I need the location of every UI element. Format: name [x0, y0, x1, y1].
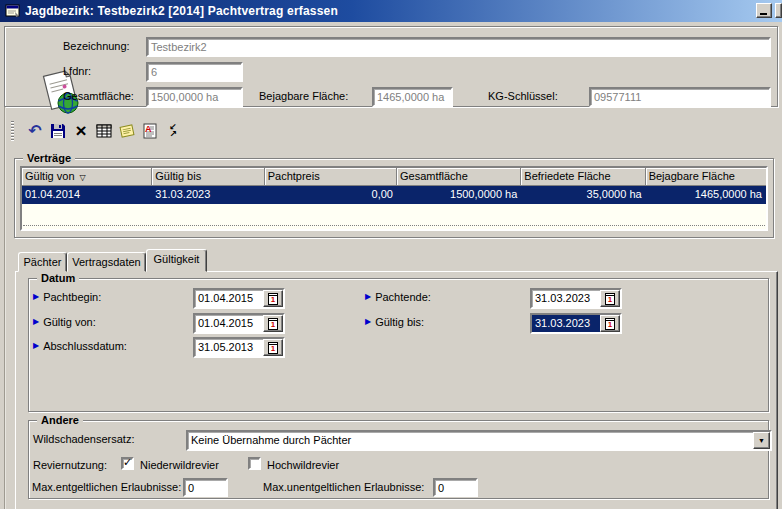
- wildschadensersatz-label: Wildschadensersatz:: [33, 433, 135, 446]
- lfdnr-value: 6: [148, 64, 241, 80]
- undo-button[interactable]: ↶: [26, 120, 44, 142]
- max-entgeltlich-label: Max.entgeltlichen Erlaubnisse:: [32, 481, 181, 494]
- max-unentgeltlich-field[interactable]: 0: [433, 478, 478, 497]
- column-header-gesamtflaeche[interactable]: Gesamtfläche: [397, 168, 521, 186]
- pachtende-calendar-button[interactable]: 1: [600, 290, 620, 307]
- bullet-icon: ▶: [33, 290, 39, 303]
- kg-schluessel-value: 09577111: [591, 89, 769, 105]
- delete-icon: ×: [75, 122, 86, 140]
- column-header-pachtpreis[interactable]: Pachtpreis: [265, 168, 397, 186]
- table-header-row: Gültig von▽ Gültig bis Pachtpreis Gesamt…: [22, 168, 766, 186]
- kg-schluessel-field: 09577111: [589, 87, 771, 107]
- column-header-befriedete-flaeche[interactable]: Befriedete Fläche: [521, 168, 645, 186]
- gueltig-von-label: Gültig von:: [43, 316, 96, 329]
- niederwildrevier-label: Niederwildrevier: [140, 459, 219, 472]
- header-panel: Bezeichnung: Lfdnr: Gesamtfläche: Bejagb…: [4, 26, 778, 107]
- toolbar-grip[interactable]: [11, 121, 14, 141]
- max-entgeltlich-field[interactable]: 0: [183, 478, 228, 497]
- lfdnr-label: Lfdnr:: [63, 65, 91, 78]
- bullet-icon: ▶: [365, 290, 371, 303]
- report-icon: A: [142, 123, 158, 139]
- wildschadensersatz-dropdown[interactable]: Keine Übernahme durch Pächter ▼: [186, 430, 772, 451]
- vertraege-title: Verträge: [23, 152, 75, 165]
- collapse-button[interactable]: ↙ ↗: [164, 120, 182, 142]
- gueltig-von-label-row: ▶ Gültig von:: [33, 316, 96, 329]
- save-button[interactable]: [49, 120, 67, 142]
- hochwildrevier-checkbox[interactable]: [248, 457, 261, 470]
- gueltig-bis-calendar-button[interactable]: 1: [600, 315, 620, 332]
- chevron-down-icon: ▼: [758, 437, 765, 444]
- pachtende-label-row: ▶ Pachtende:: [365, 291, 431, 304]
- pachtende-field[interactable]: 31.03.2023 1: [530, 288, 622, 309]
- column-header-gueltig-bis[interactable]: Gültig bis: [152, 168, 264, 186]
- gueltig-von-field[interactable]: 01.04.2015 1: [193, 313, 285, 334]
- report-letter: A: [145, 124, 152, 134]
- minimize-icon: [760, 13, 767, 15]
- cell-gueltig-von: 01.04.2014: [22, 186, 152, 204]
- calendar-icon: 1: [605, 318, 615, 330]
- gueltig-bis-label: Gültig bis:: [375, 316, 424, 329]
- cell-pachtpreis: 0,00: [265, 186, 397, 204]
- cell-gesamtflaeche: 1500,0000 ha: [397, 186, 521, 204]
- abschlussdatum-label: Abschlussdatum:: [43, 340, 127, 353]
- hochwildrevier-label: Hochwildrevier: [267, 459, 339, 472]
- gesamtflaeche-field: 1500,0000 ha: [146, 87, 243, 107]
- window-title: Jagdbezirk: Testbezirk2 [2014] Pachtvert…: [25, 4, 338, 18]
- notes-button[interactable]: [118, 120, 136, 142]
- lfdnr-field: 6: [146, 62, 243, 82]
- title-bar: Jagdbezirk: Testbezirk2 [2014] Pachtvert…: [0, 0, 782, 22]
- max-entgeltlich-value: 0: [185, 480, 226, 496]
- wildschadensersatz-value: Keine Übernahme durch Pächter: [188, 432, 753, 449]
- bejagbare-flaeche-label: Bejagbare Fläche:: [259, 90, 348, 103]
- tab-vertragsdaten[interactable]: Vertragsdaten: [67, 252, 146, 272]
- abschlussdatum-label-row: ▶ Abschlussdatum:: [33, 340, 127, 353]
- gesamtflaeche-label: Gesamtfläche:: [63, 90, 134, 103]
- gueltig-von-calendar-button[interactable]: 1: [263, 315, 283, 332]
- calendar-icon: 1: [268, 318, 278, 330]
- cell-bejagbare-flaeche: 1465,0000 ha: [646, 186, 766, 204]
- reviernutzung-label: Reviernutzung:: [33, 459, 107, 472]
- bezeichnung-field: Testbezirk2: [146, 37, 771, 57]
- dropdown-button[interactable]: ▼: [753, 432, 770, 449]
- column-header-bejagbare-flaeche[interactable]: Bejagbare Fläche: [646, 168, 766, 186]
- new-row-separator: [23, 225, 765, 226]
- gueltig-von-value: 01.04.2015: [195, 315, 263, 332]
- abschlussdatum-calendar-button[interactable]: 1: [263, 339, 283, 356]
- undo-icon: ↶: [28, 122, 41, 140]
- table-row[interactable]: 01.04.2014 31.03.2023 0,00 1500,0000 ha …: [22, 186, 766, 204]
- window-button-partial[interactable]: [775, 3, 782, 18]
- kg-schluessel-label: KG-Schlüssel:: [488, 90, 558, 103]
- tab-paechter[interactable]: Pächter: [18, 252, 67, 272]
- tab-gueltigkeit[interactable]: Gültigkeit: [146, 249, 207, 272]
- vertraege-table: Gültig von▽ Gültig bis Pachtpreis Gesamt…: [20, 166, 768, 231]
- note-icon: [119, 123, 135, 139]
- pachtvertrag-window: Jagdbezirk: Testbezirk2 [2014] Pachtvert…: [0, 0, 782, 509]
- pachtbegin-value: 01.04.2015: [195, 290, 263, 307]
- cell-gueltig-bis: 31.03.2023: [152, 186, 264, 204]
- column-header-gueltig-von[interactable]: Gültig von▽: [22, 168, 152, 186]
- gesamtflaeche-value: 1500,0000 ha: [148, 89, 241, 105]
- calendar-icon: 1: [605, 293, 615, 305]
- toolbar: ↶ ×: [11, 118, 187, 144]
- sort-descending-icon: ▽: [80, 173, 86, 182]
- niederwildrevier-checkbox[interactable]: ✓: [121, 457, 134, 470]
- gueltig-bis-label-row: ▶ Gültig bis:: [365, 316, 424, 329]
- window-left-edge: [4, 107, 5, 509]
- pachtbegin-calendar-button[interactable]: 1: [263, 290, 283, 307]
- pachtbegin-label-row: ▶ Pachtbegin:: [33, 291, 101, 304]
- cell-befriedete-flaeche: 35,0000 ha: [521, 186, 645, 204]
- max-unentgeltlich-label: Max.unentgeltlichen Erlaubnisse:: [263, 481, 424, 494]
- pachtbegin-field[interactable]: 01.04.2015 1: [193, 288, 285, 309]
- window-form-icon: [5, 3, 21, 19]
- save-icon: [50, 123, 66, 139]
- gueltig-bis-field[interactable]: 31.03.2023 1: [530, 313, 622, 334]
- table-view-button[interactable]: [95, 120, 113, 142]
- delete-button[interactable]: ×: [72, 120, 90, 142]
- abschlussdatum-field[interactable]: 31.05.2013 1: [193, 337, 285, 358]
- pachtende-value: 31.03.2023: [532, 290, 600, 307]
- report-button[interactable]: A: [141, 120, 159, 142]
- minimize-button[interactable]: [756, 3, 772, 18]
- bezeichnung-label: Bezeichnung:: [63, 40, 130, 53]
- calendar-icon: 1: [268, 293, 278, 305]
- calendar-icon: 1: [268, 342, 278, 354]
